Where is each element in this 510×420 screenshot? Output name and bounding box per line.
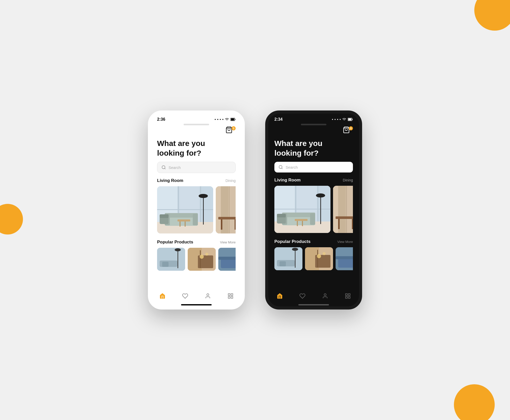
- svg-rect-28: [218, 217, 236, 219]
- svg-point-53: [279, 165, 282, 168]
- phone-light: 2:36: [148, 110, 245, 310]
- product-thumb-2-dark[interactable]: [305, 247, 333, 270]
- page-heading-light: What are you looking for?: [151, 139, 242, 162]
- svg-point-68: [316, 193, 325, 197]
- svg-rect-39: [200, 250, 201, 268]
- svg-rect-48: [228, 297, 230, 298]
- nav-home-dark[interactable]: [273, 292, 287, 300]
- cart-badge-light: 0: [232, 126, 236, 130]
- popular-title-light: Popular Products: [157, 240, 193, 245]
- page-heading-dark: What are you looking for?: [268, 139, 359, 162]
- view-more-dark[interactable]: View More: [337, 240, 353, 244]
- svg-rect-29: [221, 219, 222, 230]
- nav-grid-light[interactable]: [223, 292, 238, 300]
- nav-wishlist-light[interactable]: [178, 292, 192, 300]
- svg-rect-23: [160, 214, 169, 218]
- home-icon-light: [159, 293, 165, 299]
- product-img-1-dark: [274, 247, 302, 270]
- dining-svg-dark: [333, 186, 353, 233]
- cart-button-light[interactable]: 0: [225, 126, 236, 137]
- notch-light: [151, 124, 242, 125]
- svg-line-4: [164, 168, 165, 169]
- svg-point-90: [317, 254, 321, 258]
- cart-button-dark[interactable]: 0: [343, 126, 353, 137]
- grid-icon-light: [227, 293, 234, 299]
- person-icon-light: [205, 293, 211, 299]
- deco-circle-top-right: [474, 0, 510, 31]
- search-placeholder-dark: Search: [286, 165, 298, 169]
- svg-point-84: [292, 248, 298, 251]
- svg-rect-94: [336, 256, 353, 259]
- living-room-image-light: [157, 186, 213, 233]
- cart-area-light: 0: [151, 126, 242, 139]
- notch-bar-light: [184, 124, 209, 125]
- svg-rect-70: [297, 221, 298, 226]
- search-bar-dark[interactable]: Search: [274, 162, 353, 172]
- living-room-image-dark: [274, 186, 330, 233]
- heart-icon-dark: [299, 293, 305, 299]
- status-time-light: 2:36: [157, 117, 165, 122]
- wifi-icon-dark: [342, 117, 346, 121]
- categories-title-dark: Living Room: [274, 178, 301, 183]
- categories-title-light: Living Room: [157, 178, 183, 183]
- nav-home-light[interactable]: [155, 292, 170, 300]
- search-bar-light[interactable]: Search: [157, 162, 236, 173]
- svg-rect-97: [348, 294, 350, 295]
- bottom-nav-dark: [268, 289, 359, 302]
- dining-card-dark[interactable]: [333, 186, 353, 233]
- svg-rect-1: [231, 118, 234, 120]
- product-img-2-light: [188, 248, 216, 271]
- status-bar-dark: 2:34: [268, 114, 359, 124]
- categories-images-dark: [274, 186, 353, 233]
- view-more-light[interactable]: View More: [220, 240, 236, 244]
- popular-header-dark: Popular Products View More: [274, 239, 353, 244]
- notch-bar-dark: [301, 124, 326, 125]
- signal-dot-2: [217, 119, 218, 120]
- status-bar-light: 2:36: [151, 114, 242, 124]
- living-room-card-light[interactable]: [157, 186, 213, 233]
- product-thumb-3-dark[interactable]: [336, 247, 353, 270]
- categories-images-light: [157, 186, 236, 233]
- svg-point-45: [207, 294, 209, 296]
- svg-rect-71: [302, 221, 303, 226]
- product-thumb-3-light[interactable]: [218, 248, 236, 271]
- svg-rect-69: [295, 219, 308, 221]
- svg-rect-85: [279, 261, 286, 266]
- status-icons-light: [215, 117, 236, 121]
- product-thumb-1-dark[interactable]: [274, 247, 302, 270]
- svg-rect-47: [231, 294, 233, 295]
- nav-profile-light[interactable]: [201, 292, 215, 300]
- cart-area-dark: 0: [268, 126, 359, 139]
- svg-rect-81: [274, 247, 302, 270]
- heart-icon-light: [182, 293, 188, 299]
- product-thumb-1-light[interactable]: [157, 248, 185, 271]
- svg-point-91: [323, 252, 326, 255]
- product-thumb-2-light[interactable]: [188, 248, 216, 271]
- signal-dot-dark-1: [332, 119, 333, 120]
- product-img-1-light: [157, 248, 185, 271]
- svg-rect-83: [295, 250, 296, 268]
- svg-rect-30: [235, 219, 236, 230]
- categories-header-dark: Living Room Dining: [274, 178, 353, 183]
- svg-point-95: [324, 294, 326, 296]
- nav-wishlist-dark[interactable]: [295, 292, 310, 300]
- svg-rect-80: [352, 219, 353, 229]
- svg-rect-77: [333, 186, 338, 233]
- svg-rect-33: [177, 250, 178, 268]
- popular-section-dark: Popular Products View More: [268, 235, 359, 272]
- svg-rect-99: [348, 297, 350, 298]
- living-room-card-dark[interactable]: [274, 186, 330, 233]
- nav-grid-dark[interactable]: [341, 292, 355, 300]
- battery-icon-dark: [348, 118, 353, 121]
- svg-point-18: [199, 194, 208, 198]
- svg-rect-79: [338, 219, 340, 229]
- svg-rect-46: [228, 294, 230, 295]
- svg-rect-11: [157, 209, 213, 210]
- cart-badge-dark: 0: [349, 126, 353, 130]
- signal-dot-1: [215, 119, 216, 120]
- svg-line-54: [282, 168, 282, 169]
- phones-container: 2:36: [148, 110, 362, 310]
- popular-title-dark: Popular Products: [274, 239, 311, 244]
- dining-card-light[interactable]: [216, 186, 236, 233]
- nav-profile-dark[interactable]: [318, 292, 332, 300]
